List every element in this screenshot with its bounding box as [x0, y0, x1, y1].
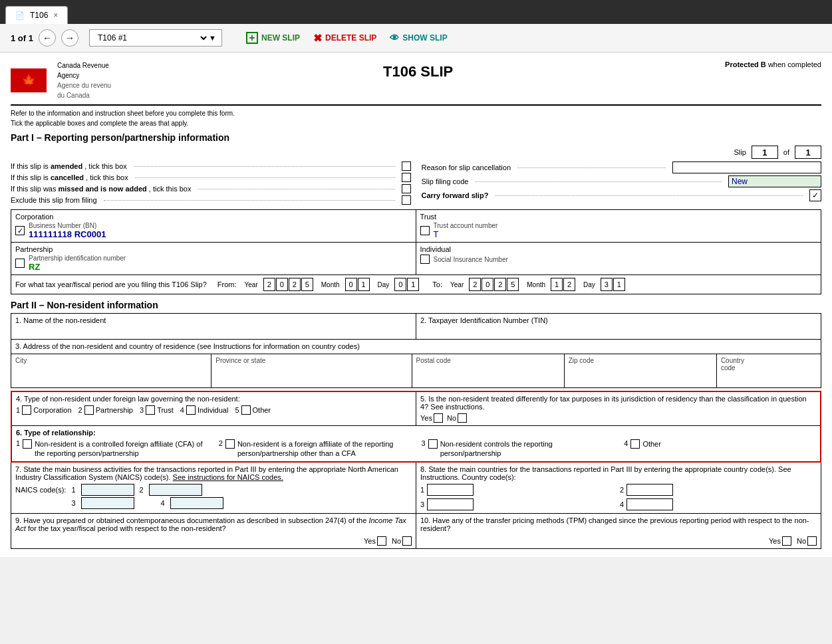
type-partnership-label: Partnership — [96, 406, 133, 414]
q5-no-checkbox[interactable] — [458, 413, 467, 423]
rel-2-checkbox[interactable] — [225, 439, 235, 449]
rel-3-checkbox[interactable] — [428, 439, 438, 449]
q9-no-checkbox[interactable] — [402, 536, 412, 546]
country-input-1[interactable] — [427, 484, 474, 496]
partnership-id-label: Partnership identification number — [29, 255, 412, 262]
delete-slip-button[interactable]: ✖ DELETE SLIP — [313, 32, 376, 45]
to-y3[interactable]: 2 — [494, 278, 506, 291]
type-other-checkbox[interactable] — [241, 405, 251, 415]
type-individual-checkbox[interactable] — [186, 405, 196, 415]
q9-yes-option: Yes — [364, 536, 386, 546]
from-d1[interactable]: 0 — [394, 278, 406, 291]
type-num-5: 5 — [235, 406, 239, 414]
q5-yes-checkbox[interactable] — [434, 413, 443, 423]
to-y4[interactable]: 5 — [507, 278, 519, 291]
prev-button[interactable]: ← — [39, 29, 56, 47]
to-label: To: — [432, 280, 442, 288]
to-m2[interactable]: 2 — [563, 278, 575, 291]
rel-2-text: Non-resident is a foreign affiliate of t… — [237, 439, 411, 459]
postal-cell: Postal code — [412, 354, 565, 387]
from-y3[interactable]: 2 — [289, 278, 301, 291]
from-m2[interactable]: 1 — [358, 278, 370, 291]
q9-yes-checkbox[interactable] — [377, 536, 386, 546]
naics-input-2[interactable] — [149, 484, 202, 496]
q8-section: 8. State the main countries for the tran… — [416, 463, 821, 513]
q10-yes-checkbox[interactable] — [782, 536, 791, 546]
postal-input[interactable] — [416, 366, 560, 377]
exclude-checkbox[interactable] — [402, 195, 411, 205]
name-input[interactable] — [15, 324, 412, 336]
individual-row: Individual — [420, 245, 817, 253]
zip-input[interactable] — [569, 366, 712, 377]
address-fields-row: City Province or state Postal code Zip c… — [11, 354, 821, 388]
naics-input-1[interactable] — [81, 484, 134, 496]
q5-label: 5. Is the non-resident treated different… — [420, 395, 816, 411]
tax-year-row: For what tax year/fiscal period are you … — [11, 275, 821, 294]
cancelled-text: If this slip is cancelled , tick this bo… — [11, 173, 128, 181]
to-d2[interactable]: 1 — [613, 278, 625, 291]
individual-checkbox[interactable] — [420, 255, 430, 264]
show-slip-button[interactable]: 👁 SHOW SLIP — [390, 33, 447, 43]
month-label-from: Month — [321, 281, 340, 288]
q10-no-checkbox[interactable] — [807, 536, 817, 546]
province-input[interactable] — [215, 366, 407, 377]
new-slip-button[interactable]: + NEW SLIP — [246, 32, 300, 44]
amended-checkbox[interactable] — [402, 161, 411, 171]
q10-no-label: No — [797, 537, 806, 545]
type-trust-checkbox[interactable] — [146, 405, 155, 415]
naics-input-4[interactable] — [170, 497, 223, 509]
address-label-row: 3. Address of the non-resident and count… — [11, 340, 821, 354]
to-d1[interactable]: 3 — [601, 278, 613, 291]
tin-input[interactable] — [420, 324, 817, 336]
from-y1[interactable]: 2 — [263, 278, 275, 291]
rel-4-checkbox[interactable] — [630, 439, 640, 449]
slip-filing-input[interactable]: New — [728, 175, 821, 187]
tab-bar: 📄 T106 × — [0, 0, 832, 24]
to-y1[interactable]: 2 — [469, 278, 481, 291]
carry-forward-checkbox[interactable]: ✓ — [809, 189, 821, 201]
reason-input[interactable] — [672, 161, 821, 173]
trust-label: Trust — [420, 213, 437, 221]
rel-option-1: 1 Non-resident is a controlled foreign a… — [16, 439, 208, 459]
to-y2[interactable]: 0 — [482, 278, 493, 291]
from-m1[interactable]: 0 — [345, 278, 357, 291]
next-button[interactable]: → — [61, 29, 78, 47]
naics-input-3[interactable] — [81, 497, 134, 509]
trust-checkbox[interactable] — [420, 226, 430, 235]
partnership-checkbox[interactable] — [15, 259, 25, 268]
q10-text: 10. Have any of the transfer pricing met… — [420, 516, 817, 532]
type-partnership: 2 Partnership — [78, 405, 133, 415]
q4-section: 4. Type of non-resident under foreign la… — [12, 392, 416, 425]
from-y2[interactable]: 0 — [276, 278, 288, 291]
slip-total[interactable]: 1 — [795, 146, 821, 159]
city-label: City — [15, 357, 207, 364]
to-m1[interactable]: 1 — [551, 278, 563, 291]
type-corporation-checkbox[interactable] — [22, 405, 31, 415]
checkboxes-section: If this slip is amended , tick this box … — [11, 161, 821, 207]
to-day-boxes: 3 1 — [601, 278, 625, 291]
missed-checkbox[interactable] — [402, 184, 411, 193]
country-input[interactable] — [721, 373, 817, 385]
tab-t106[interactable]: 📄 T106 × — [5, 6, 68, 24]
instruction-2: Tick the applicable boxes and complete t… — [11, 118, 821, 128]
from-y4[interactable]: 5 — [301, 278, 313, 291]
city-input[interactable] — [15, 366, 207, 377]
missed-row: If this slip was missed and is now added… — [11, 184, 411, 193]
tab-close-button[interactable]: × — [53, 11, 58, 20]
country-input-2[interactable] — [626, 484, 673, 496]
country-input-4[interactable] — [626, 498, 673, 510]
name-cell: 1. Name of the non-resident — [11, 314, 416, 339]
slip-number[interactable]: 1 — [752, 146, 778, 159]
corporation-checkbox[interactable] — [15, 226, 25, 235]
rel-1-checkbox[interactable] — [23, 439, 32, 449]
partnership-id-value: RZ — [29, 262, 412, 272]
partnership-content: Partnership identification number RZ — [15, 255, 412, 272]
type-partnership-checkbox[interactable] — [84, 405, 94, 415]
dotted-line-4 — [104, 200, 395, 201]
country-input-3[interactable] — [427, 498, 474, 510]
from-d2[interactable]: 1 — [407, 278, 419, 291]
type-trust-label: Trust — [157, 406, 174, 414]
from-label: From: — [217, 280, 237, 288]
cancelled-checkbox[interactable] — [402, 173, 411, 182]
slip-select[interactable]: T106 #1 — [95, 33, 209, 43]
